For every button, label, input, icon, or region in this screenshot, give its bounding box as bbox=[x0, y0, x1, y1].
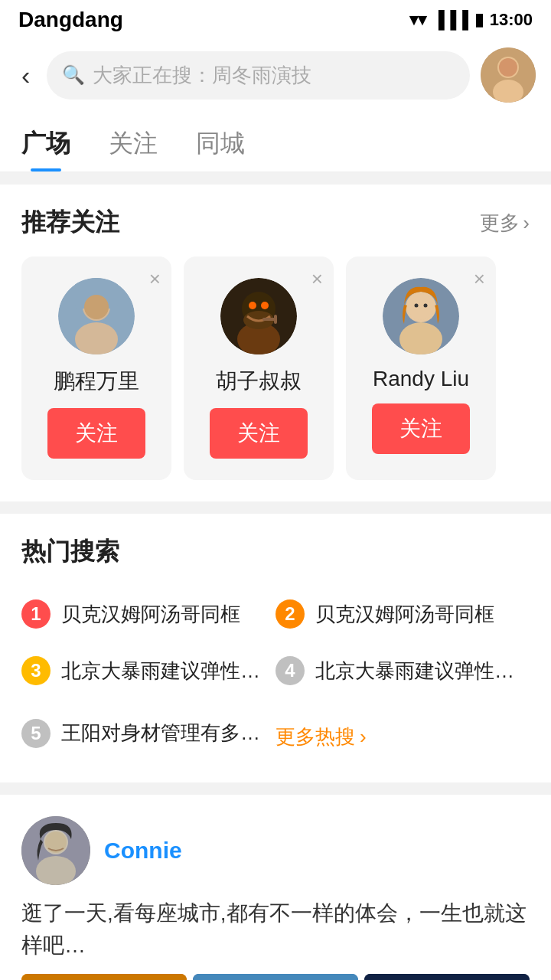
hot-item-3[interactable]: 3 北京大暴雨建议弹性… bbox=[21, 642, 276, 699]
rec-name-3: Randy Liu bbox=[373, 367, 469, 391]
hot-badge-3: 3 bbox=[21, 656, 51, 685]
hot-item-5[interactable]: 5 王阳对身材管理有多… bbox=[21, 699, 276, 767]
close-card-2[interactable]: × bbox=[311, 267, 323, 291]
rec-avatar-3 bbox=[383, 278, 459, 354]
close-card-3[interactable]: × bbox=[474, 267, 485, 291]
hot-badge-5: 5 bbox=[21, 719, 51, 748]
follow-btn-2[interactable]: 关注 bbox=[210, 408, 308, 459]
svg-rect-39 bbox=[193, 974, 358, 980]
recommend-card-1: × 鹏程万里 关注 bbox=[21, 256, 171, 480]
search-icon: 🔍 bbox=[62, 64, 85, 86]
tab-guanzhu[interactable]: 关注 bbox=[109, 113, 158, 172]
recommend-section: 推荐关注 更多 › × 鹏程万里 关注 × bbox=[0, 185, 551, 501]
avatar-image bbox=[481, 47, 536, 103]
hot-badge-1: 1 bbox=[21, 599, 51, 629]
rec-name-1: 鹏程万里 bbox=[54, 367, 139, 396]
svg-point-22 bbox=[415, 304, 419, 308]
svg-point-14 bbox=[249, 302, 256, 309]
feed-images bbox=[21, 974, 530, 980]
search-box[interactable]: 🔍 大家正在搜：周冬雨演技 bbox=[47, 51, 470, 100]
feed-avatar[interactable] bbox=[21, 816, 90, 885]
hot-text-5: 王阳对身材管理有多… bbox=[61, 720, 260, 746]
feed-image-1[interactable] bbox=[21, 974, 187, 980]
feed-header: Connie bbox=[21, 816, 530, 885]
svg-point-23 bbox=[424, 304, 428, 308]
time: 13:00 bbox=[490, 10, 533, 30]
hot-search-grid: 1 贝克汉姆阿汤哥同框 2 贝克汉姆阿汤哥同框 3 北京大暴雨建议弹性… 4 北… bbox=[21, 586, 530, 767]
hot-search-section: 热门搜索 1 贝克汉姆阿汤哥同框 2 贝克汉姆阿汤哥同框 3 北京大暴雨建议弹性… bbox=[0, 514, 551, 782]
signal-icon: ▐▐▐ bbox=[432, 10, 468, 30]
rec-name-2: 胡子叔叔 bbox=[216, 367, 302, 396]
wifi-icon: ▾▾ bbox=[409, 10, 426, 30]
back-button[interactable]: ‹ bbox=[15, 57, 36, 93]
tab-guangchang[interactable]: 广场 bbox=[21, 113, 70, 172]
svg-rect-28 bbox=[21, 974, 187, 980]
rec-avatar-1 bbox=[58, 278, 135, 354]
recommend-card-2: × 胡子叔叔 关注 bbox=[184, 256, 334, 480]
hot-text-4: 北京大暴雨建议弹性… bbox=[315, 658, 514, 684]
svg-point-21 bbox=[408, 294, 434, 320]
battery-icon: ▮ bbox=[474, 10, 484, 30]
follow-btn-1[interactable]: 关注 bbox=[47, 408, 145, 459]
recommend-card-3: × Randy Liu 关注 bbox=[346, 256, 496, 480]
feed-item-1: Connie 逛了一天,看每座城市,都有不一样的体会，一生也就这样吧… bbox=[21, 816, 530, 980]
feed-avatar-inner bbox=[21, 816, 90, 885]
feed-text: 逛了一天,看每座城市,都有不一样的体会，一生也就这样吧… bbox=[21, 897, 530, 962]
feed-image-3[interactable] bbox=[364, 974, 530, 980]
close-card-1[interactable]: × bbox=[149, 267, 161, 291]
section-header: 推荐关注 更多 › bbox=[21, 206, 530, 240]
svg-point-3 bbox=[499, 58, 517, 77]
feed-section: Connie 逛了一天,看每座城市,都有不一样的体会，一生也就这样吧… bbox=[0, 795, 551, 980]
hot-badge-2: 2 bbox=[276, 599, 305, 629]
feed-username[interactable]: Connie bbox=[104, 838, 182, 864]
tab-tongcheng[interactable]: 同城 bbox=[196, 113, 245, 172]
hot-item-4[interactable]: 4 北京大暴雨建议弹性… bbox=[276, 642, 530, 699]
svg-point-15 bbox=[261, 302, 269, 309]
status-bar: Dangdang ▾▾ ▐▐▐ ▮ 13:00 bbox=[0, 0, 551, 37]
hot-badge-4: 4 bbox=[276, 656, 305, 685]
recommend-cards: × 鹏程万里 关注 × bbox=[21, 256, 530, 480]
hot-item-1[interactable]: 1 贝克汉姆阿汤哥同框 bbox=[21, 586, 276, 642]
hot-text-2: 贝克汉姆阿汤哥同框 bbox=[315, 601, 494, 628]
more-hot-link[interactable]: 更多热搜 › bbox=[276, 713, 367, 753]
recommend-title: 推荐关注 bbox=[21, 206, 119, 240]
app-name: Dangdang bbox=[18, 8, 123, 32]
svg-rect-49 bbox=[364, 974, 530, 980]
hot-text-1: 贝克汉姆阿汤哥同框 bbox=[61, 601, 240, 628]
search-placeholder: 大家正在搜：周冬雨演技 bbox=[93, 62, 311, 89]
follow-btn-3[interactable]: 关注 bbox=[372, 403, 470, 454]
more-recommend-link[interactable]: 更多 › bbox=[480, 210, 530, 237]
svg-rect-17 bbox=[274, 315, 277, 324]
svg-point-6 bbox=[75, 322, 118, 354]
status-icons: ▾▾ ▐▐▐ ▮ 13:00 bbox=[409, 10, 533, 30]
user-avatar[interactable] bbox=[481, 47, 536, 103]
hot-item-2[interactable]: 2 贝克汉姆阿汤哥同框 bbox=[276, 586, 530, 642]
rec-avatar-2 bbox=[220, 278, 297, 354]
tab-bar: 广场 关注 同城 bbox=[0, 113, 551, 172]
svg-point-27 bbox=[45, 831, 67, 853]
hot-search-title: 热门搜索 bbox=[21, 535, 530, 569]
hot-text-3: 北京大暴雨建议弹性… bbox=[61, 658, 260, 684]
svg-point-20 bbox=[399, 322, 442, 354]
more-hot-cell: 更多热搜 › bbox=[276, 699, 530, 767]
feed-image-2[interactable] bbox=[193, 974, 358, 980]
top-bar: ‹ 🔍 大家正在搜：周冬雨演技 bbox=[0, 37, 551, 113]
svg-point-8 bbox=[84, 295, 109, 319]
